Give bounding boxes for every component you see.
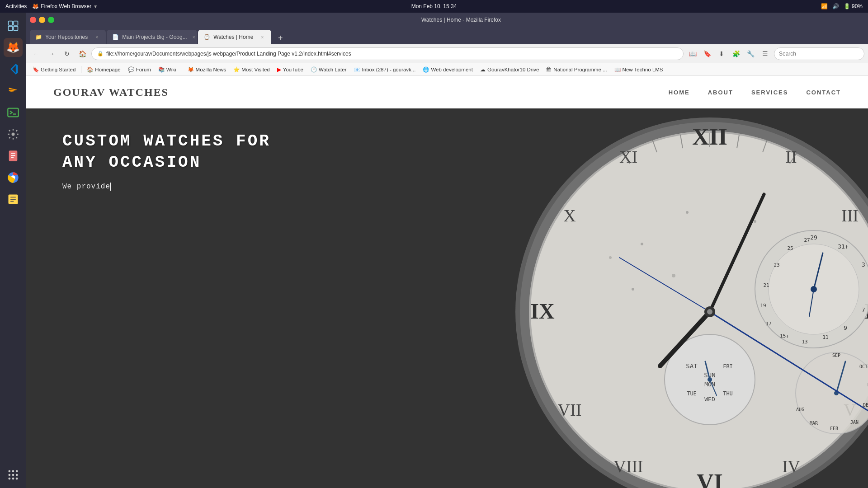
tab-repos-favicon: 📁 [35, 34, 42, 40]
bookmark-icon: ⭐ [233, 66, 240, 73]
maximize-button[interactable] [48, 17, 54, 23]
bookmark-separator-2 [182, 66, 182, 73]
download-button[interactable]: ⬇ [715, 47, 728, 60]
reader-icon[interactable] [4, 146, 23, 165]
window-title: Watches | Home - Mozilla Firefox [58, 17, 864, 23]
bookmark-getting-started[interactable]: 🔖 Getting Started [30, 66, 78, 74]
minimize-button[interactable] [39, 17, 45, 23]
bookmark-icon: 🦊 [188, 66, 194, 73]
site-navbar: GOURAV WATCHES HOME ABOUT SERVICES CONTA… [26, 76, 868, 108]
svg-rect-1 [14, 21, 18, 25]
bookmark-icon: ▶ [277, 66, 281, 73]
bookmark-icon: 🔖 [33, 66, 39, 73]
bookmark-icon: 🏛 [546, 67, 552, 72]
svg-point-15 [16, 474, 18, 476]
bookmark-drive[interactable]: ☁ GouravKhator10 Drive [477, 66, 542, 74]
tab-watches[interactable]: ⌚ Watches | Home × [198, 30, 271, 44]
tab-projects[interactable]: 📄 Main Projects Big - Goog... × [107, 30, 197, 44]
svg-text:SAT: SAT [686, 362, 698, 370]
svg-rect-2 [9, 26, 13, 30]
svg-point-10 [9, 470, 11, 473]
bookmark-icon: 📚 [158, 66, 165, 73]
tab-projects-favicon: 📄 [112, 34, 118, 40]
close-button[interactable] [30, 17, 36, 23]
bookmark-mozilla-news[interactable]: 🦊 Mozilla News [185, 66, 229, 74]
address-text: file:///home/gourav/Documents/webpages/j… [106, 51, 678, 57]
svg-text:25: 25 [787, 245, 793, 251]
bookmark-icon: 💬 [128, 66, 134, 73]
svg-rect-4 [8, 108, 18, 117]
tab-repos[interactable]: 📁 Your Repositories × [30, 30, 106, 44]
os-topbar: Activities 🦊 Firefox Web Browser ▼ Mon F… [0, 0, 868, 13]
bookmark-button[interactable]: 🔖 [701, 47, 713, 60]
svg-text:DEC: DEC [863, 403, 868, 408]
nav-about[interactable]: ABOUT [708, 89, 733, 96]
forward-button[interactable]: → [45, 47, 58, 60]
nav-services[interactable]: SERVICES [751, 89, 788, 96]
bookmark-inbox[interactable]: 📧 Inbox (287) - gouravk... [351, 66, 419, 74]
extensions-button[interactable]: 🧩 [730, 47, 742, 60]
tab-projects-close[interactable]: × [193, 33, 195, 41]
svg-text:13: 13 [802, 339, 807, 345]
tab-repos-close[interactable]: × [93, 33, 100, 41]
site-menu: HOME ABOUT SERVICES CONTACT [669, 89, 841, 96]
svg-text:31↑: 31↑ [838, 243, 848, 250]
svg-text:23: 23 [774, 262, 779, 268]
search-input[interactable] [774, 47, 864, 60]
firefox-taskbar-icon[interactable]: 🦊 [4, 38, 23, 57]
svg-text:FEB: FEB [830, 426, 838, 431]
bookmark-webdev[interactable]: 🌐 Web development [420, 66, 475, 74]
devtools-button[interactable]: 🔧 [744, 47, 757, 60]
bookmark-icon: 🌐 [423, 66, 429, 73]
svg-point-11 [12, 470, 14, 473]
svg-point-95 [672, 274, 675, 277]
settings-icon[interactable] [4, 125, 23, 144]
new-tab-button[interactable]: + [274, 32, 287, 44]
nav-contact[interactable]: CONTACT [806, 89, 841, 96]
svg-point-93 [609, 256, 612, 259]
bookmark-youtube[interactable]: ▶ YouTube [274, 66, 306, 74]
sublime-icon[interactable] [4, 81, 23, 100]
bookmark-national-prog[interactable]: 🏛 National Programme ... [543, 66, 609, 73]
bookmark-wiki[interactable]: 📚 Wiki [156, 66, 179, 74]
home-button[interactable]: 🏠 [76, 47, 89, 60]
reader-mode-button[interactable]: 📖 [686, 47, 699, 60]
svg-text:IX: IX [530, 299, 555, 323]
svg-text:X: X [563, 206, 576, 225]
bookmark-lms[interactable]: 📖 New Techno LMS [612, 66, 666, 74]
reload-button[interactable]: ↻ [61, 47, 73, 60]
tab-watches-close[interactable]: × [259, 33, 266, 41]
chromium-icon[interactable] [4, 168, 23, 187]
bookmark-homepage[interactable]: 🏠 Homepage [84, 66, 123, 74]
svg-text:XI: XI [619, 147, 637, 166]
tab-watches-label: Watches | Home [213, 34, 253, 40]
firefox-window: Watches | Home - Mozilla Firefox 📁 Your … [26, 13, 868, 488]
apps-grid-icon[interactable] [4, 465, 23, 484]
svg-text:SEP: SEP [832, 353, 840, 358]
bookmark-most-visited[interactable]: ⭐ Most Visited [231, 66, 272, 74]
svg-point-52 [708, 377, 712, 382]
svg-point-18 [16, 478, 18, 480]
titlebar: Watches | Home - Mozilla Firefox [26, 13, 868, 27]
bookmark-separator [81, 66, 81, 73]
tab-bar: 📁 Your Repositories × 📄 Main Projects Bi… [26, 27, 868, 44]
terminal-icon[interactable] [4, 103, 23, 122]
navigation-bar: ← → ↻ 🏠 🔒 file:///home/gourav/Documents/… [26, 44, 868, 63]
svg-point-13 [9, 474, 11, 476]
nav-home[interactable]: HOME [669, 89, 690, 96]
back-button[interactable]: ← [30, 47, 42, 60]
svg-point-14 [12, 474, 14, 476]
activities-label[interactable]: Activities [5, 3, 27, 9]
address-bar[interactable]: 🔒 file:///home/gourav/Documents/webpages… [91, 47, 684, 60]
svg-point-91 [686, 211, 689, 214]
vscode-icon[interactable] [4, 60, 23, 79]
nav-actions: 📖 🔖 ⬇ 🧩 🔧 ☰ [686, 47, 771, 60]
svg-rect-3 [14, 26, 18, 30]
notes-icon[interactable] [4, 190, 23, 209]
window-controls[interactable] [30, 17, 54, 23]
files-icon[interactable] [4, 16, 23, 35]
bookmark-forum[interactable]: 💬 Forum [125, 66, 154, 74]
menu-button[interactable]: ☰ [759, 47, 771, 60]
bookmark-watch-later[interactable]: 🕐 Watch Later [308, 66, 349, 74]
svg-text:3: 3 [862, 261, 865, 268]
